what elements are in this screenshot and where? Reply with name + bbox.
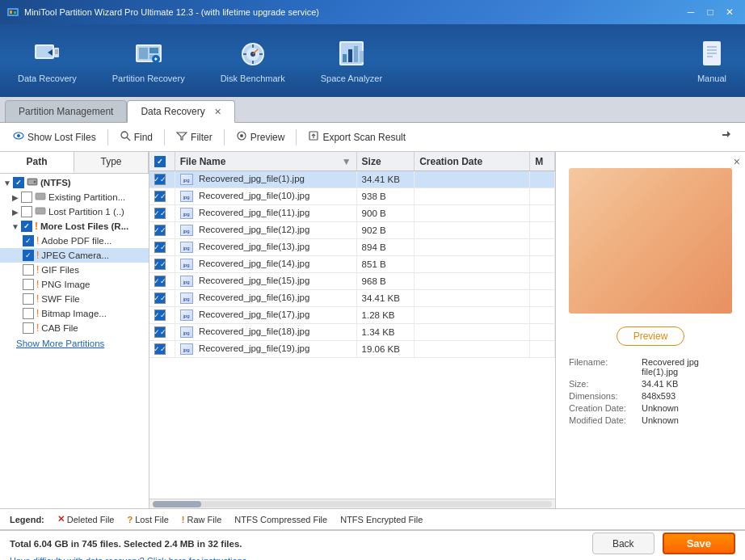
file-check[interactable]: ✓: [154, 225, 166, 236]
svg-rect-22: [343, 54, 347, 62]
toolbar-space-analyzer[interactable]: Space Analyzer: [311, 32, 392, 90]
tree-tab-type[interactable]: Type: [74, 152, 149, 173]
toolbar-data-recovery[interactable]: Data Recovery: [8, 32, 86, 90]
tree-item-swf[interactable]: ! SWF File: [0, 292, 149, 306]
table-row[interactable]: ✓ jpg Recovered_jpg_file(14).jpg 851 B: [149, 256, 555, 273]
save-button[interactable]: Save: [663, 533, 735, 554]
col-header-size[interactable]: Size: [356, 152, 415, 171]
file-size: 968 B: [362, 276, 386, 286]
col-header-name[interactable]: File Name ▼: [175, 152, 356, 171]
table-row[interactable]: ✓ jpg Recovered_jpg_file(17).jpg 1.28 KB: [149, 307, 555, 324]
file-check[interactable]: ✓: [154, 309, 166, 321]
help-link[interactable]: Have difficulty with data recovery? Clic…: [0, 556, 745, 560]
scroll-thumb[interactable]: [153, 501, 201, 507]
main-content: Path Type ▼ (NTFS) ▶: [0, 152, 745, 508]
svg-point-34: [121, 132, 128, 138]
tree-check[interactable]: [21, 206, 32, 217]
tree-check[interactable]: [21, 192, 32, 203]
tree-check[interactable]: [23, 293, 34, 305]
table-row[interactable]: ✓ jpg Recovered_jpg_file(11).jpg 900 B: [149, 205, 555, 222]
tree-check[interactable]: [21, 221, 32, 232]
space-analyzer-icon: [336, 38, 367, 69]
find-button[interactable]: Find: [113, 128, 159, 146]
toolbar-partition-recovery[interactable]: Partition Recovery: [103, 32, 195, 90]
status-selected-files: 32: [208, 539, 218, 549]
legend-ntfs-encrypted: NTFS Encrypted File: [340, 515, 423, 524]
tree-item-existing-partition[interactable]: ▶ Existing Partition...: [0, 190, 149, 204]
toolbar-disk-benchmark[interactable]: Disk Benchmark: [211, 32, 295, 90]
back-button[interactable]: Back: [592, 533, 655, 554]
expand-icon: ▶: [11, 193, 19, 201]
filter-button[interactable]: Filter: [170, 128, 219, 146]
preview-button[interactable]: Preview: [229, 128, 292, 146]
warn-icon-cab: !: [36, 322, 39, 334]
maximize-button[interactable]: □: [701, 3, 719, 21]
col-header-check[interactable]: [149, 152, 175, 171]
tree-item-png[interactable]: ! PNG Image: [0, 277, 149, 292]
table-row[interactable]: ✓ jpg Recovered_jpg_file(12).jpg 902 B: [149, 222, 555, 239]
tree-item-adobe-pdf[interactable]: ! Adobe PDF file...: [0, 234, 149, 248]
svg-rect-3: [14, 11, 16, 14]
tree-item-lost-partition[interactable]: ▶ Lost Partition 1 (..): [0, 204, 149, 219]
toolbar-manual[interactable]: Manual: [687, 32, 737, 90]
tree-check[interactable]: [23, 322, 34, 334]
tree-check[interactable]: [23, 264, 34, 276]
dimensions-label: Dimensions:: [569, 391, 642, 401]
tab-partition-management[interactable]: Partition Management: [5, 100, 127, 123]
tree-check[interactable]: [23, 235, 34, 246]
table-row[interactable]: ✓ jpg Recovered_jpg_file(10).jpg 938 B: [149, 188, 555, 205]
legend-deleted-label: Deleted File: [67, 515, 115, 524]
file-check[interactable]: ✓: [154, 343, 166, 355]
file-check[interactable]: ✓: [154, 208, 166, 219]
tab-close-button[interactable]: ✕: [214, 107, 221, 116]
detail-modified-row: Modified Date: Unknown: [569, 415, 732, 425]
tree-item-more-lost[interactable]: ▼ ! More Lost Files (R...: [0, 219, 149, 234]
tree-item-jpeg[interactable]: ! JPEG Camera...: [0, 248, 149, 263]
file-check[interactable]: ✓: [154, 293, 166, 304]
close-button[interactable]: ✕: [721, 3, 739, 21]
status-files-label: files. Selected: [100, 539, 162, 549]
tree-check[interactable]: [23, 308, 34, 319]
horizontal-scrollbar[interactable]: [149, 499, 555, 508]
warn-icon-png: !: [36, 279, 39, 290]
table-row[interactable]: ✓ jpg Recovered_jpg_file(1).jpg 34.41 KB: [149, 171, 555, 188]
tab-data-recovery[interactable]: Data Recovery ✕: [127, 100, 235, 123]
tree-item-bitmap[interactable]: ! Bitmap Image...: [0, 306, 149, 321]
close-preview-button[interactable]: ×: [734, 155, 740, 168]
table-row[interactable]: ✓ jpg Recovered_jpg_file(19).jpg 19.06 K…: [149, 341, 555, 358]
file-icon: jpg: [180, 225, 193, 236]
table-row[interactable]: ✓ jpg Recovered_jpg_file(13).jpg 894 B: [149, 239, 555, 256]
tree-item-gif[interactable]: ! GIF Files: [0, 263, 149, 277]
tree-check[interactable]: [23, 279, 34, 290]
table-row[interactable]: ✓ jpg Recovered_jpg_file(16).jpg 34.41 K…: [149, 290, 555, 307]
tree-item-ntfs[interactable]: ▼ (NTFS): [0, 175, 149, 190]
file-check[interactable]: ✓: [154, 242, 166, 253]
table-row[interactable]: ✓ jpg Recovered_jpg_file(18).jpg 1.34 KB: [149, 324, 555, 341]
file-check[interactable]: ✓: [154, 259, 166, 270]
preview-action-button[interactable]: Preview: [617, 326, 685, 346]
share-button[interactable]: [713, 127, 739, 148]
svg-rect-24: [354, 46, 358, 62]
col-header-date[interactable]: Creation Date: [415, 152, 530, 171]
tree-item-cab[interactable]: ! CAB File: [0, 321, 149, 335]
svg-rect-13: [149, 48, 158, 53]
minimize-button[interactable]: ─: [682, 3, 700, 21]
file-list-scroll[interactable]: File Name ▼ Size Creation Date M: [149, 152, 555, 499]
tree-check[interactable]: [23, 250, 34, 261]
center-panel: File Name ▼ Size Creation Date M: [149, 152, 555, 508]
file-check[interactable]: ✓: [154, 276, 166, 287]
table-row[interactable]: ✓ jpg Recovered_jpg_file(15).jpg 968 B: [149, 273, 555, 290]
file-check[interactable]: ✓: [154, 174, 166, 185]
file-check[interactable]: ✓: [154, 326, 166, 338]
file-check[interactable]: ✓: [154, 191, 166, 202]
show-more-partitions[interactable]: Show More Partitions: [0, 335, 149, 352]
window-controls: ─ □ ✕: [682, 3, 739, 21]
tree-check[interactable]: [13, 177, 24, 188]
tree-tab-path[interactable]: Path: [0, 152, 74, 173]
show-lost-files-button[interactable]: Show Lost Files: [6, 128, 103, 146]
export-scan-result-button[interactable]: Export Scan Result: [301, 128, 412, 146]
file-name: Recovered_jpg_file(1).jpg: [199, 174, 305, 183]
col-header-m[interactable]: M: [530, 152, 555, 171]
ntfs-compressed-label: NTFS Compressed File: [234, 515, 327, 524]
file-name: Recovered_jpg_file(13).jpg: [199, 242, 309, 251]
